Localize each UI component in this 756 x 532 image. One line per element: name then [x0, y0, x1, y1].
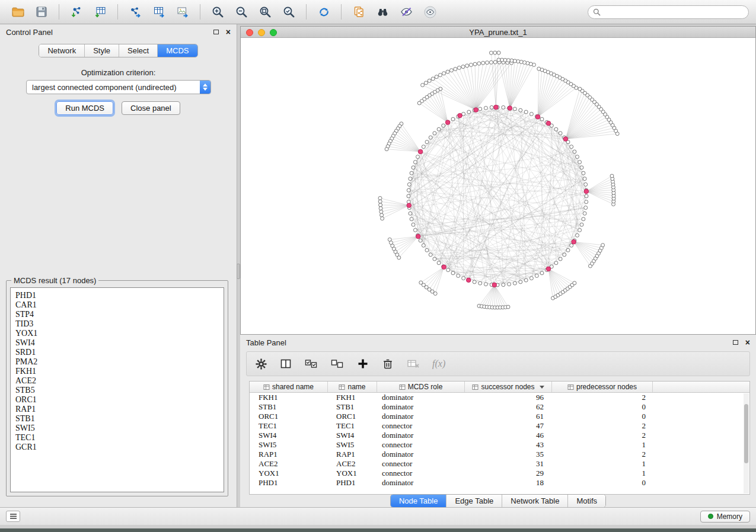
table-cell[interactable]: SWI5 — [250, 440, 328, 450]
deselect-all-icon[interactable] — [330, 357, 344, 370]
open-folder-icon[interactable] — [7, 2, 28, 21]
mcds-result-item[interactable]: STB5 — [15, 386, 219, 395]
tab-mcds[interactable]: MCDS — [158, 44, 197, 57]
tab-node-table[interactable]: Node Table — [391, 495, 447, 507]
table-row[interactable]: SWI5SWI5connector431 — [250, 440, 749, 450]
table-cell[interactable]: 18 — [465, 478, 552, 488]
delete-column-icon[interactable] — [381, 357, 394, 370]
table-row[interactable]: YOX1YOX1connector291 — [250, 469, 749, 478]
zoom-fit-icon[interactable] — [254, 2, 276, 21]
close-icon[interactable]: × — [745, 338, 750, 347]
eye-icon[interactable] — [419, 2, 441, 21]
float-window-icon[interactable] — [733, 340, 738, 345]
scrollbar-thumb[interactable] — [744, 404, 748, 463]
binoculars-icon[interactable] — [372, 2, 393, 21]
table-cell[interactable]: ACE2 — [328, 459, 377, 469]
table-cell[interactable]: RAP1 — [250, 450, 328, 459]
table-row[interactable]: PHD1PHD1dominator180 — [250, 478, 749, 488]
table-cell[interactable]: ORC1 — [250, 412, 328, 421]
table-cell[interactable]: 2 — [552, 450, 653, 459]
table-scrollbar[interactable] — [744, 393, 749, 493]
table-cell[interactable]: 43 — [465, 440, 552, 450]
mcds-result-item[interactable]: ORC1 — [15, 395, 219, 405]
mcds-result-item[interactable]: YOX1 — [15, 329, 219, 338]
table-row[interactable]: ORC1ORC1dominator610 — [250, 412, 749, 421]
zoom-selected-icon[interactable] — [278, 2, 299, 21]
table-cell[interactable]: connector — [377, 469, 465, 478]
table-cell[interactable]: TEC1 — [328, 421, 377, 431]
table-cell[interactable]: PHD1 — [328, 478, 377, 488]
table-cell[interactable]: FKH1 — [250, 393, 328, 402]
table-cell[interactable]: YOX1 — [328, 469, 377, 478]
column-header-shared-name[interactable]: shared name — [250, 382, 328, 392]
criterion-dropdown[interactable]: largest connected component (undirected) — [26, 80, 211, 94]
table-cell[interactable]: 62 — [465, 402, 552, 412]
table-cell[interactable]: STB1 — [250, 402, 328, 412]
table-cell[interactable]: 46 — [465, 431, 552, 440]
mcds-result-item[interactable]: SWI5 — [15, 424, 219, 433]
select-all-icon[interactable] — [304, 357, 318, 370]
table-cell[interactable]: ORC1 — [328, 412, 377, 421]
table-cell[interactable]: SWI4 — [328, 431, 377, 440]
table-row[interactable]: TEC1TEC1connector472 — [250, 421, 749, 431]
table-cell[interactable]: 2 — [552, 431, 653, 440]
table-cell[interactable]: dominator — [377, 412, 465, 421]
mcds-result-item[interactable]: STP4 — [15, 310, 219, 319]
memory-button[interactable]: Memory — [700, 511, 750, 523]
table-row[interactable]: STB1STB1dominator620 — [250, 402, 749, 412]
column-header-predecessor-nodes[interactable]: predecessor nodes — [552, 382, 653, 392]
maximize-window-icon[interactable] — [270, 29, 277, 36]
table-row[interactable]: SWI4SWI4dominator462 — [250, 431, 749, 440]
copy-document-icon[interactable] — [348, 2, 369, 21]
table-cell[interactable]: 1 — [552, 459, 653, 469]
mcds-result-item[interactable]: FKH1 — [15, 367, 219, 376]
import-table-icon[interactable] — [90, 2, 111, 21]
table-cell[interactable]: dominator — [377, 402, 465, 412]
table-cell[interactable]: 0 — [552, 412, 653, 421]
network-graph[interactable] — [241, 38, 755, 334]
search-input[interactable] — [604, 8, 744, 16]
mcds-result-list[interactable]: PHD1CAR1STP4TID3YOX1SWI4SRD1PMA2FKH1ACE2… — [10, 287, 224, 492]
refresh-icon[interactable] — [313, 2, 334, 21]
tab-motifs[interactable]: Motifs — [568, 495, 605, 507]
mcds-result-item[interactable]: PMA2 — [15, 357, 219, 367]
mcds-result-item[interactable]: PHD1 — [15, 291, 219, 300]
table-cell[interactable]: FKH1 — [328, 393, 377, 402]
table-cell[interactable]: 0 — [552, 402, 653, 412]
table-row[interactable]: RAP1RAP1dominator352 — [250, 450, 749, 459]
save-icon[interactable] — [31, 2, 52, 21]
tab-edge-table[interactable]: Edge Table — [446, 495, 502, 507]
network-canvas[interactable] — [241, 38, 755, 334]
export-image-icon[interactable] — [172, 2, 193, 21]
network-titlebar[interactable]: YPA_prune.txt_1 — [241, 27, 755, 38]
mcds-result-item[interactable]: GCR1 — [15, 443, 219, 452]
column-chooser-icon[interactable] — [279, 357, 292, 370]
table-cell[interactable]: 0 — [552, 478, 653, 488]
table-cell[interactable]: dominator — [377, 393, 465, 402]
table-cell[interactable]: dominator — [377, 478, 465, 488]
menu-list-icon[interactable] — [6, 511, 20, 522]
table-cell[interactable]: connector — [377, 440, 465, 450]
function-builder-icon[interactable]: f(x) — [432, 358, 445, 369]
table-cell[interactable]: 1 — [552, 469, 653, 478]
minimize-window-icon[interactable] — [258, 29, 265, 36]
mcds-result-item[interactable]: STB1 — [15, 414, 219, 424]
gear-icon[interactable] — [255, 358, 267, 370]
table-cell[interactable]: 31 — [465, 459, 552, 469]
table-cell[interactable]: 2 — [552, 421, 653, 431]
table-cell[interactable]: SWI4 — [250, 431, 328, 440]
search-box[interactable] — [588, 5, 749, 19]
table-cell[interactable]: 47 — [465, 421, 552, 431]
zoom-in-icon[interactable] — [207, 2, 228, 21]
tab-network-table[interactable]: Network Table — [502, 495, 568, 507]
table-cell[interactable]: ACE2 — [250, 459, 328, 469]
table-cell[interactable]: 96 — [465, 393, 552, 402]
mcds-result-item[interactable]: ACE2 — [15, 376, 219, 386]
table-cell[interactable]: 2 — [552, 393, 653, 402]
column-header-mcds-role[interactable]: MCDS role — [377, 382, 465, 392]
table-cell[interactable]: SWI5 — [328, 440, 377, 450]
float-window-icon[interactable] — [213, 30, 219, 34]
table-cell[interactable]: dominator — [377, 431, 465, 440]
mcds-result-item[interactable]: RAP1 — [15, 405, 219, 414]
close-icon[interactable]: × — [226, 28, 231, 36]
